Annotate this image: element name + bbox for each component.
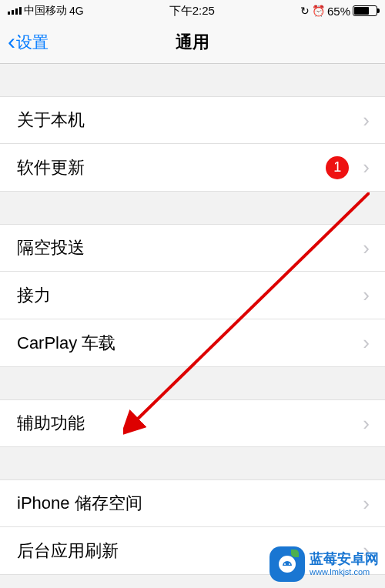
battery-icon: [353, 5, 377, 16]
row-software-update[interactable]: 软件更新 1 ›: [0, 144, 385, 192]
chevron-right-icon: ›: [363, 283, 370, 307]
chevron-right-icon: ›: [363, 492, 370, 516]
chevron-right-icon: ›: [363, 155, 370, 179]
row-handoff[interactable]: 接力 ›: [0, 272, 385, 319]
page-title: 通用: [176, 31, 209, 54]
row-label: 关于本机: [17, 109, 363, 132]
row-carplay[interactable]: CarPlay 车载 ›: [0, 319, 385, 367]
row-label: 隔空投送: [17, 236, 363, 259]
row-label: 辅助功能: [17, 412, 363, 435]
row-about[interactable]: 关于本机 ›: [0, 96, 385, 144]
chevron-right-icon: ›: [363, 412, 370, 436]
watermark-title: 蓝莓安卓网: [310, 552, 379, 567]
carrier-label: 中国移动: [24, 4, 67, 18]
back-button[interactable]: ‹ 设置: [8, 32, 49, 53]
chevron-right-icon: ›: [363, 109, 370, 132]
chevron-right-icon: ›: [363, 236, 370, 260]
time-label: 下午2:25: [169, 4, 215, 18]
svg-point-2: [289, 563, 290, 565]
watermark-url: www.lmkjst.com: [310, 567, 379, 576]
row-label: 接力: [17, 284, 363, 307]
chevron-right-icon: ›: [363, 331, 370, 355]
battery-percent: 65%: [327, 5, 350, 18]
chevron-left-icon: ‹: [8, 30, 15, 53]
watermark: 蓝莓安卓网 www.lmkjst.com: [270, 546, 379, 582]
sync-icon: ↻: [300, 5, 310, 17]
alarm-icon: ⏰: [312, 5, 325, 17]
watermark-logo-icon: [270, 546, 305, 582]
svg-point-1: [284, 563, 286, 565]
row-label: CarPlay 车载: [17, 332, 363, 355]
row-accessibility[interactable]: 辅助功能 ›: [0, 399, 385, 447]
status-bar: 中国移动 4G 下午2:25 ↻ ⏰ 65%: [0, 0, 385, 22]
row-label: iPhone 储存空间: [17, 492, 363, 515]
back-label: 设置: [16, 32, 49, 53]
row-airdrop[interactable]: 隔空投送 ›: [0, 224, 385, 272]
update-badge: 1: [326, 156, 349, 179]
row-iphone-storage[interactable]: iPhone 储存空间 ›: [0, 479, 385, 527]
row-label: 软件更新: [17, 156, 326, 179]
network-label: 4G: [69, 5, 84, 17]
nav-bar: ‹ 设置 通用: [0, 22, 385, 64]
signal-icon: [8, 7, 22, 15]
